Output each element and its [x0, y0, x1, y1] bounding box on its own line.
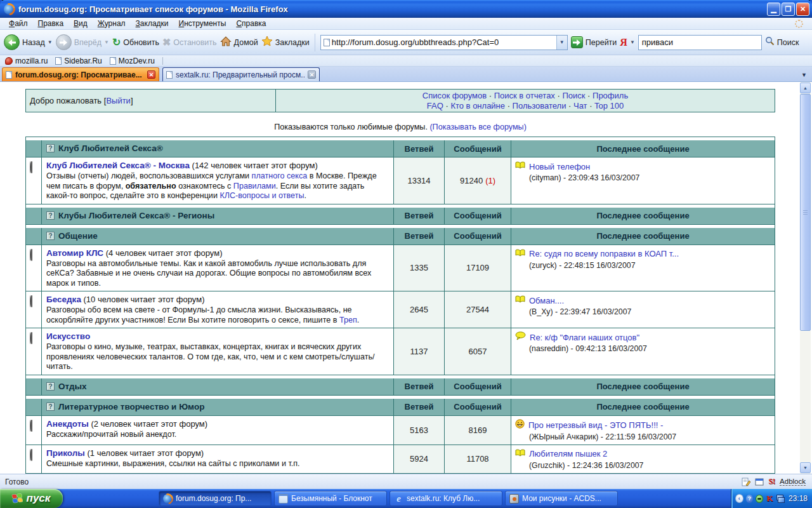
last-post-link[interactable]: Новый телефон — [529, 162, 590, 171]
forum-nav-link[interactable]: Поиск — [562, 91, 585, 100]
forward-dropdown-icon[interactable]: ▼ — [104, 39, 109, 45]
help-icon[interactable]: ? — [46, 382, 55, 391]
forum-nav-link[interactable]: Кто в онлайне — [450, 101, 505, 110]
restore-button[interactable]: ❐ — [782, 3, 795, 16]
favorites-notice: Показываются только любимые форумы. (Пок… — [25, 123, 775, 131]
forum-nav-link[interactable]: Профиль — [593, 91, 628, 100]
back-button[interactable]: Назад ▼ — [4, 34, 53, 50]
tab-2[interactable]: sextalk.ru: Предварительный просм...✕ — [162, 67, 320, 81]
posts-count: 11708 — [466, 454, 488, 464]
forum-link[interactable]: Искусство — [46, 331, 90, 341]
last-post-cell: Re: судя по всему поправки в КОАП т...(z… — [511, 245, 775, 291]
adblock-status[interactable]: Adblock — [780, 478, 806, 486]
forum-nav-link[interactable]: Top 100 — [594, 101, 624, 110]
icq-tray-icon[interactable] — [756, 495, 763, 503]
last-post-cell: Re: про деньги (+)(stervaN1) - 16:28:20 … — [511, 474, 775, 474]
engine-dropdown-icon[interactable]: ▼ — [630, 39, 635, 45]
taskbar-button-1[interactable]: forum.dosug.org: Пр... — [159, 491, 272, 506]
refresh-button[interactable]: ↻ Обновить — [112, 36, 159, 48]
magnifier-icon — [765, 36, 775, 48]
logout-link[interactable]: Выйти — [106, 96, 131, 105]
url-dropdown-icon[interactable]: ▼ — [556, 36, 567, 50]
bookmark-item-1[interactable]: mozilla.ru — [5, 57, 48, 65]
description-link[interactable]: Треп — [339, 316, 357, 324]
forward-button[interactable]: Вперёд ▼ — [56, 34, 109, 50]
forum-link[interactable]: Автомир КЛС — [46, 248, 103, 258]
taskbar-button-2[interactable]: Безымянный - Блокнот — [274, 491, 387, 506]
forum-row: Анекдоты (2 человек читает этот форум)Ра… — [26, 415, 775, 444]
show-all-forums-link[interactable]: (Показывать все форумы) — [429, 123, 526, 131]
forum-row: ИскусствоРазговоры о кино, музыке, театр… — [26, 328, 775, 375]
forum-link[interactable]: Приколы — [46, 448, 85, 458]
bookmark-item-3[interactable]: MozDev.ru — [110, 57, 155, 65]
help-icon[interactable]: ? — [46, 211, 55, 220]
posts-count: 91240 — [460, 176, 483, 185]
scrollbar-thumb[interactable] — [800, 94, 811, 331]
window-layout-icon[interactable] — [755, 478, 764, 486]
menu-item-7[interactable]: Справка — [231, 18, 271, 29]
close-button[interactable]: ✕ — [796, 3, 809, 16]
forum-status-cell — [26, 474, 42, 474]
menu-item-5[interactable]: Закладки — [131, 18, 174, 29]
last-post-link[interactable]: Re: к/ф "Флаги наших отцов" — [530, 333, 639, 342]
yandex-engine-button[interactable]: Я ▼ — [620, 37, 634, 48]
tray-collapse-icon[interactable]: ‹ — [735, 494, 743, 503]
scroll-down-button[interactable]: ▼ — [800, 462, 811, 473]
forum-nav-link[interactable]: Пользователи — [513, 101, 566, 110]
kaspersky-tray-icon[interactable]: K — [766, 494, 773, 503]
last-post-meta: (B_Xy) - 22:39:47 16/03/2007 — [529, 307, 771, 316]
help-icon[interactable]: ? — [46, 403, 55, 411]
description-link[interactable]: платного секса — [252, 171, 308, 180]
tab-close-icon[interactable]: ✕ — [308, 70, 316, 79]
start-button[interactable]: пуск — [0, 489, 63, 508]
help-tray-icon[interactable]: ? — [746, 495, 754, 503]
description-link[interactable]: Правилами — [233, 182, 276, 190]
back-dropdown-icon[interactable]: ▼ — [48, 39, 53, 45]
tab-overflow-icon[interactable]: ▼ — [801, 72, 807, 78]
last-post-link[interactable]: Любителям пышек 2 — [529, 449, 607, 458]
bookmarks-button[interactable]: Закладки — [261, 36, 310, 49]
tab-close-icon[interactable]: ✕ — [147, 70, 155, 79]
section-title-cell: ?Литературное творчество и Юмор — [42, 399, 393, 415]
url-input[interactable] — [330, 37, 556, 47]
go-button[interactable]: Перейти — [571, 36, 617, 48]
menu-item-3[interactable]: Вид — [69, 18, 93, 29]
minimize-button[interactable]: ▁ — [767, 3, 780, 16]
last-post-cell: Про нетрезвый вид - ЭТО ПЯТЬ!!! -(ЖЫрный… — [511, 416, 775, 444]
forum-nav-link[interactable]: Чат — [573, 101, 587, 110]
last-post-link[interactable]: Re: судя по всему поправки в КОАП т... — [529, 249, 679, 258]
menu-item-1[interactable]: Файл — [4, 18, 33, 29]
help-icon[interactable]: ? — [46, 144, 55, 152]
forum-nav-link[interactable]: Поиск в отчетах — [494, 91, 555, 100]
forum-row: Автомир КЛС (4 человек читает этот форум… — [26, 244, 775, 291]
last-post-link[interactable]: Обман.... — [529, 296, 564, 305]
menu-item-6[interactable]: Инструменты — [174, 18, 232, 29]
taskbar-button-4[interactable]: Мои рисунки - ACDS... — [505, 491, 618, 506]
search-button[interactable]: Поиск — [765, 36, 799, 48]
search-bar — [638, 35, 762, 50]
search-input[interactable] — [639, 37, 761, 47]
vertical-scrollbar[interactable]: ▲ ▼ — [800, 82, 811, 474]
forum-link[interactable]: Клуб Любителей Секса® - Москва — [46, 161, 190, 170]
home-button[interactable]: Домой — [220, 36, 258, 49]
network-tray-icon[interactable] — [776, 495, 785, 503]
threads-count: 1335 — [393, 245, 444, 291]
bookmark-item-2[interactable]: Sidebar.Ru — [55, 57, 102, 65]
taskbar-button-3[interactable]: esextalk.ru: Клуб Лю... — [390, 491, 502, 506]
forum-link[interactable]: Беседка — [46, 295, 81, 304]
menu-item-4[interactable]: Журнал — [93, 18, 131, 29]
section-title-cell: ?Клуб Любителей Секса® — [42, 140, 393, 157]
description-link[interactable]: КЛС-вопросы и ответы — [219, 191, 304, 200]
scroll-up-button[interactable]: ▲ — [800, 83, 811, 93]
help-icon[interactable]: ? — [46, 232, 55, 240]
stop-button[interactable]: ✖ Остановить — [162, 36, 217, 48]
forum-nav-link[interactable]: Список форумов — [422, 91, 487, 100]
tab-1[interactable]: forum.dosug.org: Просматривае...✕ — [2, 67, 159, 81]
note-edit-icon[interactable] — [742, 478, 750, 486]
s-badge-icon[interactable]: S! — [768, 477, 775, 486]
menu-item-2[interactable]: Правка — [33, 18, 69, 29]
last-post-link[interactable]: Про нетрезвый вид - ЭТО ПЯТЬ!!! - — [528, 420, 663, 430]
forum-link[interactable]: Анекдоты — [46, 419, 89, 429]
forum-tables: ?Клуб Любителей Секса®ВетвейСообщенийПос… — [25, 137, 775, 474]
forum-nav-link[interactable]: FAQ — [427, 101, 443, 110]
